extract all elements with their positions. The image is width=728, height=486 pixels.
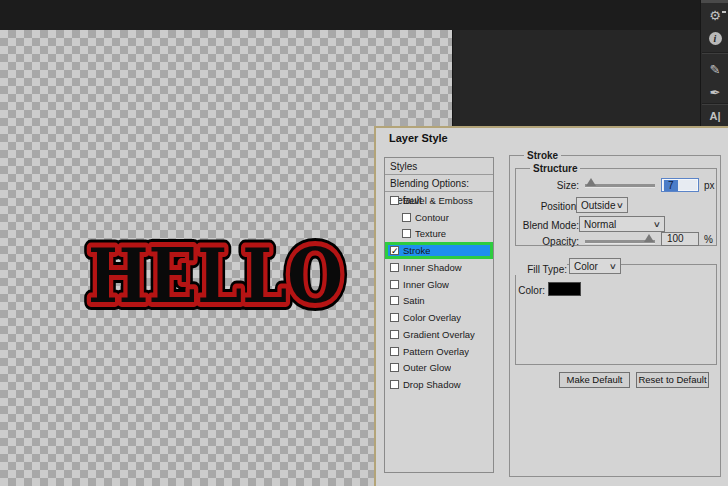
workspace-background [453, 30, 728, 126]
brush-settings-icon[interactable]: ✒ [701, 82, 728, 102]
style-item-label: Inner Shadow [403, 262, 462, 273]
dock-separator [702, 103, 728, 105]
checkbox[interactable] [390, 280, 399, 289]
checkbox[interactable] [390, 196, 399, 205]
info-glyph: i [709, 32, 722, 45]
style-item-satin[interactable]: Satin [385, 293, 493, 310]
adjustments-icon[interactable]: ⚙ [701, 5, 728, 25]
style-item-label: Pattern Overlay [403, 346, 469, 357]
size-slider[interactable] [585, 184, 655, 187]
make-default-button[interactable]: Make Default [559, 372, 630, 388]
styles-list-panel: Styles Blending Options: Default Bevel &… [384, 157, 494, 473]
color-swatch[interactable] [548, 282, 581, 296]
checkbox[interactable] [402, 229, 411, 238]
fill-type-dropdown[interactable]: Color ∨ [569, 258, 621, 274]
fill-type-value: Color [574, 261, 598, 272]
checkbox[interactable] [390, 313, 399, 322]
position-dropdown[interactable]: Outside ∨ [576, 197, 628, 213]
style-item-label: Stroke [403, 245, 430, 256]
blending-options-item[interactable]: Blending Options: Default [385, 175, 493, 192]
character-glyph: A| [709, 110, 720, 122]
options-bar [0, 0, 728, 30]
style-item-contour[interactable]: Contour [385, 209, 493, 226]
photoshop-window: HELLO HELLO HELLO ⚙ i ✎ ✒ A| Layer Style [0, 0, 728, 486]
style-item-inner-shadow[interactable]: Inner Shadow [385, 259, 493, 276]
checkbox[interactable] [390, 330, 399, 339]
size-input[interactable]: 7 [661, 178, 699, 192]
position-value: Outside [581, 200, 615, 211]
checkbox[interactable] [390, 363, 399, 372]
gear-glyph: ⚙ [709, 8, 721, 23]
checkbox[interactable] [390, 347, 399, 356]
stroke-pane-legend: Stroke [524, 150, 561, 161]
checkbox[interactable] [390, 296, 399, 305]
fill-group [515, 264, 717, 365]
info-icon[interactable]: i [701, 28, 728, 48]
brush-presets-icon[interactable]: ✎ [701, 59, 728, 79]
pen-glyph: ✒ [710, 85, 721, 100]
chevron-down-icon: ∨ [609, 262, 617, 271]
style-item-label: Inner Glow [403, 279, 449, 290]
dock-tab-strip [701, 0, 728, 3]
dock-separator [702, 52, 728, 54]
style-item-label: Contour [415, 212, 449, 223]
opacity-input[interactable]: 100 [661, 232, 699, 246]
style-item-label: Bevel & Emboss [403, 195, 473, 206]
size-unit: px [704, 180, 715, 191]
style-item-drop-shadow[interactable]: Drop Shadow [385, 376, 493, 393]
style-item-label: Color Overlay [403, 312, 461, 323]
style-item-pattern-overlay[interactable]: Pattern Overlay [385, 343, 493, 360]
style-item-label: Drop Shadow [403, 379, 461, 390]
reset-to-default-button[interactable]: Reset to Default [636, 372, 709, 388]
hello-text-artwork: HELLO HELLO HELLO [80, 220, 370, 320]
structure-legend: Structure [530, 163, 580, 174]
chevron-down-icon: ∨ [653, 220, 661, 229]
style-item-label: Gradient Overlay [403, 329, 475, 340]
style-item-gradient-overlay[interactable]: Gradient Overlay [385, 326, 493, 343]
opacity-slider-thumb[interactable] [644, 234, 654, 242]
blend-mode-dropdown[interactable]: Normal ∨ [579, 216, 665, 232]
dialog-title: Layer Style [389, 132, 448, 144]
style-item-color-overlay[interactable]: Color Overlay [385, 309, 493, 326]
gear-slider-bar [722, 11, 726, 13]
hello-fill: HELLO [88, 232, 343, 320]
chevron-down-icon: ∨ [616, 201, 624, 210]
checkbox[interactable] [390, 380, 399, 389]
checkbox[interactable] [390, 263, 399, 272]
style-item-stroke[interactable]: ✓ Stroke [385, 242, 493, 259]
style-item-texture[interactable]: Texture [385, 226, 493, 243]
style-item-inner-glow[interactable]: Inner Glow [385, 276, 493, 293]
blend-mode-label: Blend Mode: [504, 220, 579, 231]
checkbox-checked[interactable]: ✓ [390, 246, 399, 255]
style-item-outer-glow[interactable]: Outer Glow [385, 360, 493, 377]
fill-type-label: Fill Type: [514, 264, 567, 275]
size-value: 7 [664, 180, 678, 191]
brush-glyph: ✎ [710, 62, 721, 77]
character-panel-icon[interactable]: A| [701, 106, 728, 126]
layer-style-dialog: Layer Style Styles Blending Options: Def… [374, 126, 728, 486]
position-label: Position: [516, 201, 579, 212]
style-item-label: Satin [403, 295, 425, 306]
opacity-label: Opacity: [516, 236, 579, 247]
panel-dock: ⚙ i ✎ ✒ A| [700, 0, 728, 126]
opacity-slider[interactable] [585, 240, 655, 243]
blend-mode-value: Normal [584, 219, 616, 230]
styles-header[interactable]: Styles [385, 158, 493, 175]
color-label: Color: [508, 285, 545, 296]
size-slider-thumb[interactable] [586, 178, 596, 186]
checkbox[interactable] [402, 213, 411, 222]
opacity-unit: % [704, 234, 713, 245]
size-label: Size: [526, 180, 579, 191]
style-item-label: Outer Glow [403, 362, 451, 373]
style-item-label: Texture [415, 228, 446, 239]
